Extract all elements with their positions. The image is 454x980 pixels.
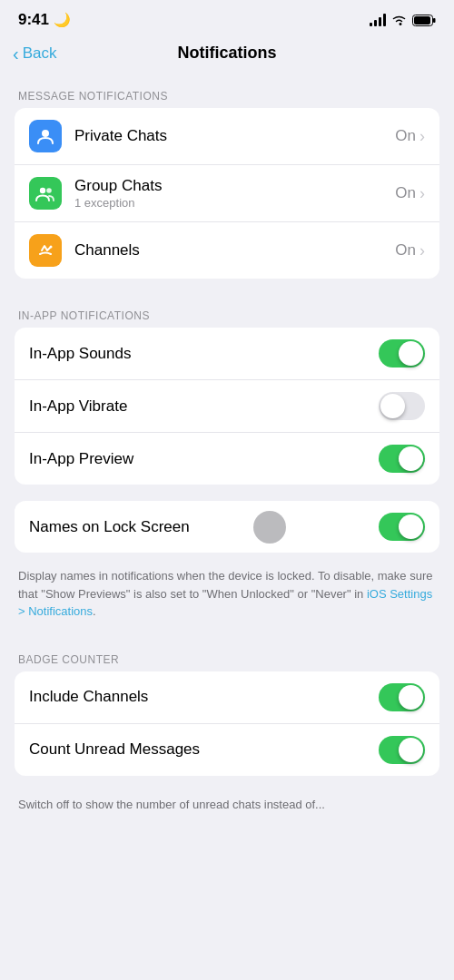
lock-screen-description: Display names in notifications when the … (0, 560, 454, 639)
signal-icon (370, 14, 386, 26)
lock-screen-toggle[interactable] (379, 513, 425, 541)
battery-icon (412, 15, 436, 26)
channels-icon (29, 234, 62, 267)
channels-label: Channels (74, 241, 395, 260)
back-chevron-icon: ‹ (13, 44, 19, 63)
private-chats-icon (29, 120, 62, 152)
chevron-right-icon: › (419, 184, 425, 203)
in-app-preview-toggle[interactable] (379, 445, 425, 473)
list-item[interactable]: Channels On › (15, 222, 439, 279)
list-item[interactable]: Private Chats On › (15, 108, 439, 165)
list-item: Count Unread Messages (15, 724, 439, 776)
lock-screen-card: Names on Lock Screen (15, 501, 439, 553)
back-label: Back (23, 44, 57, 63)
chevron-right-icon: › (419, 127, 425, 146)
private-chats-label: Private Chats (74, 127, 395, 145)
private-chats-content: Private Chats (74, 127, 395, 145)
group-chats-subtitle: 1 exception (74, 196, 395, 210)
group-chats-content: Group Chats 1 exception (74, 177, 395, 210)
svg-rect-1 (433, 18, 436, 23)
group-chats-label: Group Chats (74, 177, 395, 195)
svg-point-3 (42, 130, 49, 137)
in-app-sounds-content: In-App Sounds (29, 345, 379, 363)
bottom-note: Switch off to show the number of unread … (0, 792, 454, 823)
toggle-knob (380, 394, 405, 418)
in-app-vibrate-label: In-App Vibrate (29, 397, 379, 416)
list-item: In-App Vibrate (15, 380, 439, 433)
page-title: Notifications (177, 44, 276, 63)
channels-status: On › (395, 241, 425, 260)
toggle-knob (399, 685, 423, 710)
svg-point-6 (50, 246, 53, 249)
count-unread-toggle[interactable] (379, 736, 425, 764)
in-app-sounds-toggle[interactable] (379, 339, 425, 368)
toggle-knob (399, 738, 423, 762)
lock-screen-label: Names on Lock Screen (29, 518, 379, 536)
in-app-sounds-label: In-App Sounds (29, 345, 379, 363)
lock-screen-content: Names on Lock Screen (29, 518, 379, 536)
in-app-notifications-card: In-App Sounds In-App Vibrate In-App Prev… (15, 328, 439, 485)
group-chats-status: On › (395, 184, 425, 203)
list-item[interactable]: Group Chats 1 exception On › (15, 165, 439, 222)
in-app-preview-content: In-App Preview (29, 450, 379, 468)
status-icons (370, 14, 436, 26)
status-time: 9:41 🌙 (18, 11, 71, 29)
channels-content: Channels (74, 241, 395, 260)
in-app-notifications-section-header: IN-APP NOTIFICATIONS (0, 295, 454, 328)
list-item: In-App Preview (15, 433, 439, 485)
include-channels-label: Include Channels (29, 688, 379, 706)
back-button[interactable]: ‹ Back (13, 44, 56, 63)
in-app-vibrate-content: In-App Vibrate (29, 397, 379, 416)
list-item: In-App Sounds (15, 328, 439, 380)
message-notifications-card: Private Chats On › Group Chats 1 excepti… (15, 108, 439, 279)
drag-handle (253, 511, 286, 544)
message-notifications-section-header: MESSAGE NOTIFICATIONS (0, 75, 454, 108)
svg-point-5 (46, 188, 52, 193)
lock-screen-item: Names on Lock Screen (15, 501, 439, 553)
count-unread-label: Count Unread Messages (29, 740, 379, 759)
svg-point-4 (40, 188, 45, 193)
chevron-right-icon: › (419, 241, 425, 260)
in-app-vibrate-toggle[interactable] (379, 392, 425, 420)
wifi-icon (391, 15, 407, 26)
include-channels-toggle[interactable] (379, 683, 425, 711)
page-header: ‹ Back Notifications (0, 34, 454, 75)
toggle-knob (399, 341, 423, 366)
group-chats-icon (29, 177, 62, 210)
svg-rect-2 (414, 16, 430, 24)
count-unread-content: Count Unread Messages (29, 740, 379, 759)
badge-counter-section-header: BADGE COUNTER (0, 639, 454, 671)
private-chats-status: On › (395, 127, 425, 146)
include-channels-content: Include Channels (29, 688, 379, 706)
in-app-preview-label: In-App Preview (29, 450, 379, 468)
moon-icon: 🌙 (54, 12, 71, 28)
status-bar: 9:41 🌙 (0, 0, 454, 34)
toggle-knob (399, 514, 423, 539)
time-display: 9:41 (18, 11, 49, 29)
badge-counter-card: Include Channels Count Unread Messages (15, 671, 439, 776)
list-item: Include Channels (15, 671, 439, 724)
toggle-knob (399, 446, 423, 471)
